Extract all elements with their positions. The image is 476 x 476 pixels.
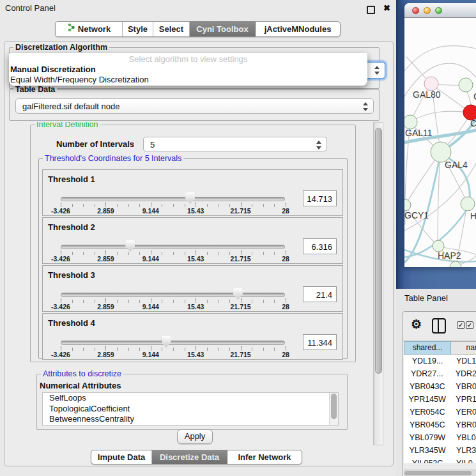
- dropdown-option-manual-discretization[interactable]: Manual Discretization: [9, 65, 367, 75]
- tab-impute-data[interactable]: Impute Data: [91, 450, 152, 464]
- table-row[interactable]: YDL19...YDL1: [404, 355, 476, 367]
- checkbox-icon[interactable]: ✓: [466, 321, 473, 329]
- numerical-attributes-list[interactable]: SelfLoopsTopologicalCoefficientBetweenne…: [42, 392, 339, 426]
- threshold-value-field[interactable]: 21.4: [303, 286, 337, 302]
- tick-label: 2.859: [97, 255, 114, 263]
- network-edge[interactable]: [411, 111, 470, 121]
- attribute-item[interactable]: BetweennessCentrality: [43, 414, 338, 425]
- cell-shared-name: YPR145W: [404, 393, 450, 406]
- table-row[interactable]: YDR27...YDR2: [404, 367, 476, 380]
- scrollbar-thumb[interactable]: [404, 471, 472, 475]
- table-row[interactable]: YBL079WYBL0: [404, 431, 476, 444]
- table-row[interactable]: YIL052CYIL0: [404, 457, 476, 463]
- threshold-label: Threshold 2: [48, 222, 95, 232]
- tab-label: Infer Network: [238, 450, 291, 464]
- network-canvas[interactable]: GAL80GCGAL11GAL4GCY1HHAP2: [404, 18, 476, 267]
- cell-name: YBL0: [451, 431, 476, 444]
- apply-button[interactable]: Apply: [177, 429, 213, 444]
- tab-cyni-toolbox[interactable]: Cyni Toolbox: [190, 22, 256, 36]
- slider-track[interactable]: [61, 341, 285, 345]
- checkbox-icon[interactable]: ✓: [457, 321, 464, 329]
- float-panel-icon[interactable]: [367, 6, 375, 14]
- tick-label: 2.859: [97, 351, 114, 358]
- minimize-window-icon[interactable]: [424, 7, 431, 14]
- threshold-value-field[interactable]: 11.344: [303, 334, 337, 350]
- table-data-combobox[interactable]: galFiltered.sif default node: [15, 98, 374, 114]
- tick-label: 21.715: [231, 351, 251, 358]
- network-desktop: GAL80GCGAL11GAL4GCY1HHAP2: [396, 0, 476, 289]
- columns-icon[interactable]: [432, 318, 446, 334]
- tick-label: 15.43: [187, 207, 204, 215]
- cell-shared-name: YER054C: [404, 406, 450, 418]
- tab-discretize-data[interactable]: Discretize Data: [152, 450, 227, 464]
- number-of-intervals-label: Number of Intervals: [56, 139, 134, 149]
- group-title: Threshold's Coordinates for 5 Intervals: [43, 154, 183, 164]
- cell-shared-name: YIL052C: [404, 457, 451, 463]
- attribute-item[interactable]: SelfLoops: [43, 393, 338, 404]
- network-node-pink[interactable]: [424, 77, 438, 91]
- network-node-green[interactable]: [459, 78, 473, 92]
- node-label: GAL11: [405, 128, 433, 138]
- cyni-toolbox-panel: Discretization Algorithm Table Data galF…: [4, 41, 394, 466]
- scrollbar-thumb[interactable]: [375, 128, 382, 374]
- stepper-arrows-icon: [316, 140, 321, 150]
- tick-labels: -3.4262.8599.14415.4321.71528: [61, 303, 286, 311]
- slider-track[interactable]: [61, 293, 285, 297]
- group-title: Table Data: [13, 85, 57, 95]
- threshold-list: Threshold 1 -3.4262.8599.14415.4321.7152…: [42, 169, 343, 361]
- network-node-green[interactable]: [404, 115, 417, 129]
- tab-select[interactable]: Select: [153, 22, 190, 36]
- cell-name: YDR2: [450, 367, 476, 380]
- slider-track[interactable]: [61, 197, 285, 201]
- attribute-item[interactable]: TopologicalCoefficient: [43, 404, 338, 415]
- tick-label: 21.715: [231, 303, 251, 311]
- group-title: Attributes to discretize: [41, 369, 123, 379]
- gear-icon[interactable]: ⚙: [411, 318, 422, 332]
- cell-shared-name: YBR043C: [404, 380, 450, 393]
- tab-style[interactable]: Style: [123, 22, 153, 36]
- panel-title: Control Panel: [5, 0, 56, 17]
- slider-track[interactable]: [61, 245, 285, 249]
- table-row[interactable]: YLR345WYLR3: [404, 444, 476, 457]
- tab-label: Discretize Data: [160, 450, 219, 464]
- threshold-value-field[interactable]: 6.316: [303, 238, 337, 254]
- column-header-shared-name[interactable]: shared...: [404, 341, 451, 355]
- close-window-icon[interactable]: [412, 7, 419, 14]
- network-view-window[interactable]: GAL80GCGAL11GAL4GCY1HHAP2: [404, 3, 476, 267]
- tick-label: 9.144: [142, 351, 159, 358]
- table-row[interactable]: YER054CYER0: [404, 406, 476, 418]
- scrollbar-thumb[interactable]: [331, 394, 337, 419]
- table-row[interactable]: YBR043CYBR0: [404, 380, 476, 393]
- cell-shared-name: YBL079W: [404, 431, 451, 444]
- group-title: Discretization Algorithm: [13, 43, 109, 52]
- thresholds-group: Threshold's Coordinates for 5 Intervals …: [38, 158, 348, 359]
- network-node-green[interactable]: [461, 197, 475, 211]
- close-icon[interactable]: ✖: [383, 3, 390, 13]
- tab-infer-network[interactable]: Infer Network: [227, 450, 302, 464]
- table-panel: ⚙ ✓ ✓ shared... name YDL19...YDL1YDR27..…: [402, 311, 476, 476]
- tick-label: 15.43: [187, 255, 204, 263]
- tick-label: -3.426: [51, 255, 70, 263]
- node-label: HAP2: [438, 250, 461, 261]
- network-node-green[interactable]: [404, 199, 411, 211]
- attributes-list-scrollbar[interactable]: [329, 393, 338, 425]
- zoom-window-icon[interactable]: [435, 7, 442, 14]
- cell-name: YBR0: [450, 418, 476, 431]
- table-row[interactable]: YBR045CYBR0: [404, 418, 476, 431]
- right-pane: GAL80GCGAL11GAL4GCY1HHAP2 Table Panel ⚙ …: [396, 0, 476, 476]
- threshold-value-field[interactable]: 14.713: [303, 190, 337, 206]
- network-window-titlebar[interactable]: [404, 3, 476, 18]
- network-edge[interactable]: [404, 46, 476, 71]
- table-horizontal-scrollbar[interactable]: [404, 470, 476, 476]
- tab-jactivemnodules[interactable]: jActiveMNodules: [256, 22, 340, 36]
- control-panel: Control Panel ✖ Network Style Select Cyn…: [0, 0, 396, 476]
- cell-shared-name: YLR345W: [404, 444, 451, 457]
- attributes-group: Attributes to discretize Numerical Attri…: [36, 374, 348, 430]
- table-row[interactable]: YPR145WYPR1: [404, 393, 476, 406]
- number-of-intervals-spinner[interactable]: 5: [143, 137, 327, 151]
- main-vertical-scrollbar[interactable]: [374, 122, 383, 445]
- tab-network[interactable]: Network: [56, 22, 123, 36]
- threshold-label: Threshold 3: [48, 270, 95, 280]
- dropdown-option-equal-width[interactable]: Equal Width/Frequency Discretization: [9, 75, 367, 85]
- column-header-name[interactable]: name: [451, 341, 476, 355]
